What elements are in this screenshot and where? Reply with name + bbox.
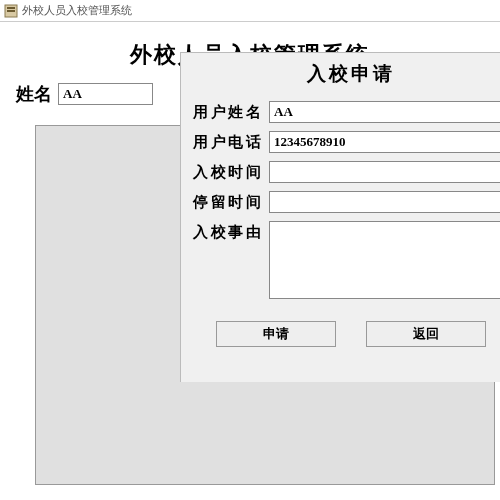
textarea-reason[interactable] bbox=[269, 221, 500, 299]
row-phone: 用户电话 bbox=[181, 127, 500, 157]
button-row: 申请 返回 bbox=[181, 303, 500, 347]
svg-rect-2 bbox=[7, 10, 15, 12]
apply-button[interactable]: 申请 bbox=[216, 321, 336, 347]
row-reason: 入校事由 bbox=[181, 217, 500, 303]
label-phone: 用户电话 bbox=[193, 131, 261, 152]
label-username: 用户姓名 bbox=[193, 101, 261, 122]
name-input[interactable] bbox=[58, 83, 153, 105]
input-phone[interactable] bbox=[269, 131, 500, 153]
row-entry-time: 入校时间 bbox=[181, 157, 500, 187]
name-row: 姓名 bbox=[16, 82, 176, 106]
row-stay-time: 停留时间 bbox=[181, 187, 500, 217]
input-username[interactable] bbox=[269, 101, 500, 123]
name-label: 姓名 bbox=[16, 82, 52, 106]
input-stay-time[interactable] bbox=[269, 191, 500, 213]
input-entry-time[interactable] bbox=[269, 161, 500, 183]
window-titlebar: 外校人员入校管理系统 bbox=[0, 0, 500, 22]
svg-rect-1 bbox=[7, 7, 15, 9]
label-stay-time: 停留时间 bbox=[193, 191, 261, 212]
row-username: 用户姓名 bbox=[181, 97, 500, 127]
label-reason: 入校事由 bbox=[193, 221, 261, 242]
back-button[interactable]: 返回 bbox=[366, 321, 486, 347]
window-title: 外校人员入校管理系统 bbox=[22, 3, 132, 18]
label-entry-time: 入校时间 bbox=[193, 161, 261, 182]
application-dialog: 入校申请 用户姓名 用户电话 入校时间 停留时间 入校事由 申请 返回 bbox=[180, 52, 500, 382]
app-icon bbox=[4, 4, 18, 18]
dialog-title: 入校申请 bbox=[181, 61, 500, 87]
